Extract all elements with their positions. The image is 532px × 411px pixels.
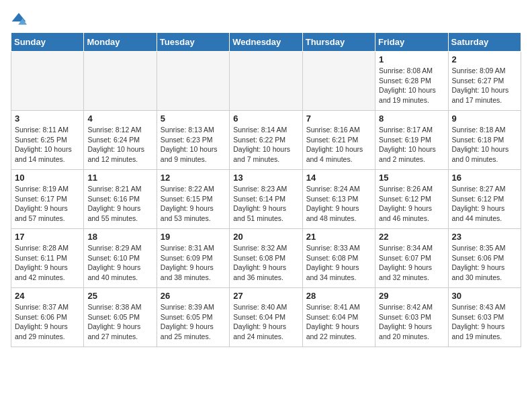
day-cell: 10Sunrise: 8:19 AMSunset: 6:17 PMDayligh… <box>11 170 84 229</box>
day-number: 20 <box>233 232 298 242</box>
day-info: Sunrise: 8:24 AMSunset: 6:13 PMDaylight:… <box>306 184 371 224</box>
week-row-2: 3Sunrise: 8:11 AMSunset: 6:25 PMDaylight… <box>11 111 521 170</box>
day-info: Sunrise: 8:13 AMSunset: 6:23 PMDaylight:… <box>161 125 226 165</box>
logo <box>11 11 30 27</box>
day-cell: 16Sunrise: 8:27 AMSunset: 6:12 PMDayligh… <box>448 170 521 229</box>
day-cell: 11Sunrise: 8:21 AMSunset: 6:16 PMDayligh… <box>84 170 157 229</box>
calendar: SundayMondayTuesdayWednesdayThursdayFrid… <box>11 32 521 347</box>
day-cell: 22Sunrise: 8:34 AMSunset: 6:07 PMDayligh… <box>375 229 448 288</box>
day-number: 9 <box>452 113 517 124</box>
day-cell: 27Sunrise: 8:40 AMSunset: 6:04 PMDayligh… <box>230 288 302 347</box>
day-info: Sunrise: 8:34 AMSunset: 6:07 PMDaylight:… <box>379 243 444 283</box>
day-info: Sunrise: 8:42 AMSunset: 6:03 PMDaylight:… <box>379 302 444 342</box>
day-cell: 12Sunrise: 8:22 AMSunset: 6:15 PMDayligh… <box>157 170 229 229</box>
week-row-4: 17Sunrise: 8:28 AMSunset: 6:11 PMDayligh… <box>11 229 521 288</box>
day-info: Sunrise: 8:28 AMSunset: 6:11 PMDaylight:… <box>15 243 80 283</box>
day-number: 27 <box>233 291 298 301</box>
weekday-header-wednesday: Wednesday <box>230 33 302 52</box>
day-info: Sunrise: 8:17 AMSunset: 6:19 PMDaylight:… <box>379 125 444 165</box>
day-number: 14 <box>306 173 371 183</box>
day-number: 1 <box>379 54 444 64</box>
day-number: 8 <box>379 113 444 124</box>
week-row-1: 1Sunrise: 8:08 AMSunset: 6:28 PMDaylight… <box>11 52 521 111</box>
day-info: Sunrise: 8:35 AMSunset: 6:06 PMDaylight:… <box>452 243 517 283</box>
day-number: 22 <box>379 232 444 242</box>
day-number: 11 <box>87 173 152 183</box>
day-cell <box>302 52 375 111</box>
day-number: 12 <box>161 173 226 183</box>
weekday-header-tuesday: Tuesday <box>157 33 229 52</box>
weekday-header-thursday: Thursday <box>302 33 375 52</box>
day-number: 24 <box>15 291 80 301</box>
day-number: 17 <box>15 232 80 242</box>
day-info: Sunrise: 8:41 AMSunset: 6:04 PMDaylight:… <box>306 302 371 342</box>
day-number: 13 <box>233 173 298 183</box>
day-info: Sunrise: 8:11 AMSunset: 6:25 PMDaylight:… <box>15 125 80 165</box>
day-cell: 9Sunrise: 8:18 AMSunset: 6:18 PMDaylight… <box>448 111 521 170</box>
day-cell: 1Sunrise: 8:08 AMSunset: 6:28 PMDaylight… <box>375 52 448 111</box>
day-number: 23 <box>452 232 517 242</box>
day-info: Sunrise: 8:21 AMSunset: 6:16 PMDaylight:… <box>87 184 152 224</box>
day-info: Sunrise: 8:22 AMSunset: 6:15 PMDaylight:… <box>161 184 226 224</box>
day-number: 3 <box>15 113 80 124</box>
day-number: 4 <box>87 113 152 124</box>
day-cell: 13Sunrise: 8:23 AMSunset: 6:14 PMDayligh… <box>230 170 302 229</box>
day-cell: 17Sunrise: 8:28 AMSunset: 6:11 PMDayligh… <box>11 229 84 288</box>
day-info: Sunrise: 8:32 AMSunset: 6:08 PMDaylight:… <box>233 243 298 283</box>
day-info: Sunrise: 8:26 AMSunset: 6:12 PMDaylight:… <box>379 184 444 224</box>
week-row-3: 10Sunrise: 8:19 AMSunset: 6:17 PMDayligh… <box>11 170 521 229</box>
day-cell <box>230 52 302 111</box>
day-cell: 25Sunrise: 8:38 AMSunset: 6:05 PMDayligh… <box>84 288 157 347</box>
logo-icon <box>11 11 27 27</box>
day-info: Sunrise: 8:43 AMSunset: 6:03 PMDaylight:… <box>452 302 517 342</box>
day-info: Sunrise: 8:14 AMSunset: 6:22 PMDaylight:… <box>233 125 298 165</box>
day-cell: 7Sunrise: 8:16 AMSunset: 6:21 PMDaylight… <box>302 111 375 170</box>
day-info: Sunrise: 8:37 AMSunset: 6:06 PMDaylight:… <box>15 302 80 342</box>
day-info: Sunrise: 8:27 AMSunset: 6:12 PMDaylight:… <box>452 184 517 224</box>
day-info: Sunrise: 8:09 AMSunset: 6:27 PMDaylight:… <box>452 66 517 105</box>
day-number: 16 <box>452 173 517 183</box>
day-cell: 14Sunrise: 8:24 AMSunset: 6:13 PMDayligh… <box>302 170 375 229</box>
day-info: Sunrise: 8:19 AMSunset: 6:17 PMDaylight:… <box>15 184 80 224</box>
weekday-header-saturday: Saturday <box>448 33 521 52</box>
day-cell: 8Sunrise: 8:17 AMSunset: 6:19 PMDaylight… <box>375 111 448 170</box>
day-cell: 20Sunrise: 8:32 AMSunset: 6:08 PMDayligh… <box>230 229 302 288</box>
weekday-header-sunday: Sunday <box>11 33 84 52</box>
day-cell: 19Sunrise: 8:31 AMSunset: 6:09 PMDayligh… <box>157 229 229 288</box>
page-header <box>11 11 521 27</box>
day-number: 18 <box>87 232 152 242</box>
day-info: Sunrise: 8:18 AMSunset: 6:18 PMDaylight:… <box>452 125 517 165</box>
day-cell: 4Sunrise: 8:12 AMSunset: 6:24 PMDaylight… <box>84 111 157 170</box>
weekday-header-row: SundayMondayTuesdayWednesdayThursdayFrid… <box>11 33 521 52</box>
day-info: Sunrise: 8:16 AMSunset: 6:21 PMDaylight:… <box>306 125 371 165</box>
day-info: Sunrise: 8:29 AMSunset: 6:10 PMDaylight:… <box>87 243 152 283</box>
day-number: 6 <box>233 113 298 124</box>
day-number: 15 <box>379 173 444 183</box>
day-info: Sunrise: 8:33 AMSunset: 6:08 PMDaylight:… <box>306 243 371 283</box>
day-cell <box>157 52 229 111</box>
day-cell: 2Sunrise: 8:09 AMSunset: 6:27 PMDaylight… <box>448 52 521 111</box>
day-cell: 5Sunrise: 8:13 AMSunset: 6:23 PMDaylight… <box>157 111 229 170</box>
weekday-header-monday: Monday <box>84 33 157 52</box>
day-info: Sunrise: 8:40 AMSunset: 6:04 PMDaylight:… <box>233 302 298 342</box>
day-cell <box>11 52 84 111</box>
day-number: 25 <box>87 291 152 301</box>
day-cell: 3Sunrise: 8:11 AMSunset: 6:25 PMDaylight… <box>11 111 84 170</box>
day-number: 5 <box>161 113 226 124</box>
day-number: 28 <box>306 291 371 301</box>
day-cell: 24Sunrise: 8:37 AMSunset: 6:06 PMDayligh… <box>11 288 84 347</box>
day-info: Sunrise: 8:31 AMSunset: 6:09 PMDaylight:… <box>161 243 226 283</box>
day-cell: 29Sunrise: 8:42 AMSunset: 6:03 PMDayligh… <box>375 288 448 347</box>
day-cell: 18Sunrise: 8:29 AMSunset: 6:10 PMDayligh… <box>84 229 157 288</box>
day-cell: 15Sunrise: 8:26 AMSunset: 6:12 PMDayligh… <box>375 170 448 229</box>
day-number: 19 <box>161 232 226 242</box>
day-cell <box>84 52 157 111</box>
day-info: Sunrise: 8:08 AMSunset: 6:28 PMDaylight:… <box>379 66 444 105</box>
day-info: Sunrise: 8:38 AMSunset: 6:05 PMDaylight:… <box>87 302 152 342</box>
day-number: 10 <box>15 173 80 183</box>
day-cell: 28Sunrise: 8:41 AMSunset: 6:04 PMDayligh… <box>302 288 375 347</box>
day-info: Sunrise: 8:39 AMSunset: 6:05 PMDaylight:… <box>161 302 226 342</box>
day-cell: 30Sunrise: 8:43 AMSunset: 6:03 PMDayligh… <box>448 288 521 347</box>
day-info: Sunrise: 8:12 AMSunset: 6:24 PMDaylight:… <box>87 125 152 165</box>
day-number: 30 <box>452 291 517 301</box>
